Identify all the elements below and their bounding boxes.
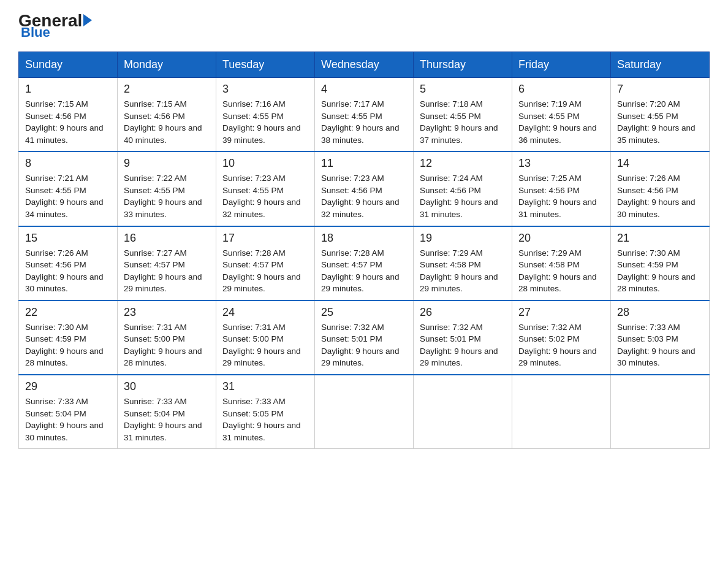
day-number: 21 (617, 232, 703, 245)
calendar-day-cell: 16 Sunrise: 7:27 AM Sunset: 4:57 PM Dayl… (118, 226, 216, 301)
day-info: Sunrise: 7:23 AM Sunset: 4:55 PM Dayligh… (222, 172, 308, 220)
col-header-sunday: Sunday (19, 52, 118, 78)
day-info: Sunrise: 7:27 AM Sunset: 4:57 PM Dayligh… (124, 247, 210, 295)
calendar-day-cell: 17 Sunrise: 7:28 AM Sunset: 4:57 PM Dayl… (216, 226, 315, 301)
day-info: Sunrise: 7:15 AM Sunset: 4:56 PM Dayligh… (124, 98, 210, 146)
day-info: Sunrise: 7:30 AM Sunset: 4:59 PM Dayligh… (25, 321, 111, 369)
day-number: 13 (518, 157, 604, 170)
calendar-day-cell: 10 Sunrise: 7:23 AM Sunset: 4:55 PM Dayl… (216, 151, 315, 226)
calendar-day-cell: 19 Sunrise: 7:29 AM Sunset: 4:58 PM Dayl… (414, 226, 512, 301)
calendar-header-row: SundayMondayTuesdayWednesdayThursdayFrid… (19, 52, 710, 78)
calendar-day-cell: 30 Sunrise: 7:33 AM Sunset: 5:04 PM Dayl… (118, 375, 216, 449)
calendar-day-cell: 25 Sunrise: 7:32 AM Sunset: 5:01 PM Dayl… (315, 301, 414, 375)
calendar-day-cell: 24 Sunrise: 7:31 AM Sunset: 5:00 PM Dayl… (216, 301, 315, 375)
calendar-week-row: 22 Sunrise: 7:30 AM Sunset: 4:59 PM Dayl… (19, 301, 710, 375)
day-number: 28 (617, 306, 703, 319)
day-number: 1 (25, 83, 111, 96)
day-info: Sunrise: 7:24 AM Sunset: 4:56 PM Dayligh… (420, 172, 506, 220)
col-header-friday: Friday (512, 52, 611, 78)
day-info: Sunrise: 7:19 AM Sunset: 4:55 PM Dayligh… (518, 98, 604, 146)
day-number: 12 (420, 157, 506, 170)
day-number: 17 (222, 232, 308, 245)
day-number: 31 (222, 380, 308, 393)
calendar-day-cell: 27 Sunrise: 7:32 AM Sunset: 5:02 PM Dayl… (512, 301, 611, 375)
day-info: Sunrise: 7:21 AM Sunset: 4:55 PM Dayligh… (25, 172, 111, 220)
day-info: Sunrise: 7:32 AM Sunset: 5:02 PM Dayligh… (518, 321, 604, 369)
day-number: 10 (222, 157, 308, 170)
empty-cell (611, 375, 710, 449)
day-number: 18 (321, 232, 407, 245)
day-number: 8 (25, 157, 111, 170)
empty-cell (315, 375, 414, 449)
col-header-monday: Monday (118, 52, 216, 78)
day-number: 2 (124, 83, 210, 96)
day-number: 16 (124, 232, 210, 245)
calendar-day-cell: 20 Sunrise: 7:29 AM Sunset: 4:58 PM Dayl… (512, 226, 611, 301)
day-number: 20 (518, 232, 604, 245)
day-number: 30 (124, 380, 210, 393)
day-number: 29 (25, 380, 111, 393)
empty-cell (512, 375, 611, 449)
day-number: 14 (617, 157, 703, 170)
calendar-week-row: 8 Sunrise: 7:21 AM Sunset: 4:55 PM Dayli… (19, 151, 710, 226)
calendar-day-cell: 2 Sunrise: 7:15 AM Sunset: 4:56 PM Dayli… (118, 78, 216, 152)
day-info: Sunrise: 7:31 AM Sunset: 5:00 PM Dayligh… (222, 321, 308, 369)
calendar-day-cell: 4 Sunrise: 7:17 AM Sunset: 4:55 PM Dayli… (315, 78, 414, 152)
day-info: Sunrise: 7:28 AM Sunset: 4:57 PM Dayligh… (321, 247, 407, 295)
day-info: Sunrise: 7:29 AM Sunset: 4:58 PM Dayligh… (420, 247, 506, 295)
day-info: Sunrise: 7:33 AM Sunset: 5:03 PM Dayligh… (617, 321, 703, 369)
calendar-day-cell: 6 Sunrise: 7:19 AM Sunset: 4:55 PM Dayli… (512, 78, 611, 152)
day-number: 25 (321, 306, 407, 319)
day-number: 5 (420, 83, 506, 96)
day-number: 26 (420, 306, 506, 319)
day-info: Sunrise: 7:26 AM Sunset: 4:56 PM Dayligh… (25, 247, 111, 295)
calendar-day-cell: 14 Sunrise: 7:26 AM Sunset: 4:56 PM Dayl… (611, 151, 710, 226)
calendar-day-cell: 31 Sunrise: 7:33 AM Sunset: 5:05 PM Dayl… (216, 375, 315, 449)
calendar-day-cell: 8 Sunrise: 7:21 AM Sunset: 4:55 PM Dayli… (19, 151, 118, 226)
day-number: 19 (420, 232, 506, 245)
calendar-day-cell: 9 Sunrise: 7:22 AM Sunset: 4:55 PM Dayli… (118, 151, 216, 226)
day-number: 27 (518, 306, 604, 319)
calendar-table: SundayMondayTuesdayWednesdayThursdayFrid… (18, 52, 710, 449)
day-info: Sunrise: 7:23 AM Sunset: 4:56 PM Dayligh… (321, 172, 407, 220)
col-header-thursday: Thursday (414, 52, 512, 78)
calendar-day-cell: 11 Sunrise: 7:23 AM Sunset: 4:56 PM Dayl… (315, 151, 414, 226)
calendar-day-cell: 13 Sunrise: 7:25 AM Sunset: 4:56 PM Dayl… (512, 151, 611, 226)
day-info: Sunrise: 7:31 AM Sunset: 5:00 PM Dayligh… (124, 321, 210, 369)
day-info: Sunrise: 7:20 AM Sunset: 4:55 PM Dayligh… (617, 98, 703, 146)
page-header: General Blue (18, 12, 710, 40)
day-info: Sunrise: 7:15 AM Sunset: 4:56 PM Dayligh… (25, 98, 111, 146)
day-number: 9 (124, 157, 210, 170)
calendar-day-cell: 1 Sunrise: 7:15 AM Sunset: 4:56 PM Dayli… (19, 78, 118, 152)
calendar-day-cell: 23 Sunrise: 7:31 AM Sunset: 5:00 PM Dayl… (118, 301, 216, 375)
calendar-day-cell: 12 Sunrise: 7:24 AM Sunset: 4:56 PM Dayl… (414, 151, 512, 226)
day-info: Sunrise: 7:26 AM Sunset: 4:56 PM Dayligh… (617, 172, 703, 220)
calendar-week-row: 29 Sunrise: 7:33 AM Sunset: 5:04 PM Dayl… (19, 375, 710, 449)
col-header-wednesday: Wednesday (315, 52, 414, 78)
day-number: 24 (222, 306, 308, 319)
calendar-day-cell: 7 Sunrise: 7:20 AM Sunset: 4:55 PM Dayli… (611, 78, 710, 152)
calendar-day-cell: 21 Sunrise: 7:30 AM Sunset: 4:59 PM Dayl… (611, 226, 710, 301)
day-info: Sunrise: 7:33 AM Sunset: 5:04 PM Dayligh… (25, 396, 111, 443)
day-info: Sunrise: 7:18 AM Sunset: 4:55 PM Dayligh… (420, 98, 506, 146)
day-info: Sunrise: 7:29 AM Sunset: 4:58 PM Dayligh… (518, 247, 604, 295)
day-info: Sunrise: 7:33 AM Sunset: 5:05 PM Dayligh… (222, 396, 308, 443)
logo: General Blue (18, 12, 92, 40)
calendar-day-cell: 26 Sunrise: 7:32 AM Sunset: 5:01 PM Dayl… (414, 301, 512, 375)
day-number: 6 (518, 83, 604, 96)
day-number: 11 (321, 157, 407, 170)
calendar-day-cell: 22 Sunrise: 7:30 AM Sunset: 4:59 PM Dayl… (19, 301, 118, 375)
day-number: 15 (25, 232, 111, 245)
day-info: Sunrise: 7:17 AM Sunset: 4:55 PM Dayligh… (321, 98, 407, 146)
day-info: Sunrise: 7:28 AM Sunset: 4:57 PM Dayligh… (222, 247, 308, 295)
logo-blue-text: Blue (20, 25, 50, 40)
day-info: Sunrise: 7:32 AM Sunset: 5:01 PM Dayligh… (420, 321, 506, 369)
logo-arrow-icon (83, 14, 92, 26)
day-number: 23 (124, 306, 210, 319)
day-number: 22 (25, 306, 111, 319)
day-number: 7 (617, 83, 703, 96)
calendar-week-row: 15 Sunrise: 7:26 AM Sunset: 4:56 PM Dayl… (19, 226, 710, 301)
calendar-day-cell: 5 Sunrise: 7:18 AM Sunset: 4:55 PM Dayli… (414, 78, 512, 152)
calendar-day-cell: 18 Sunrise: 7:28 AM Sunset: 4:57 PM Dayl… (315, 226, 414, 301)
calendar-week-row: 1 Sunrise: 7:15 AM Sunset: 4:56 PM Dayli… (19, 78, 710, 152)
